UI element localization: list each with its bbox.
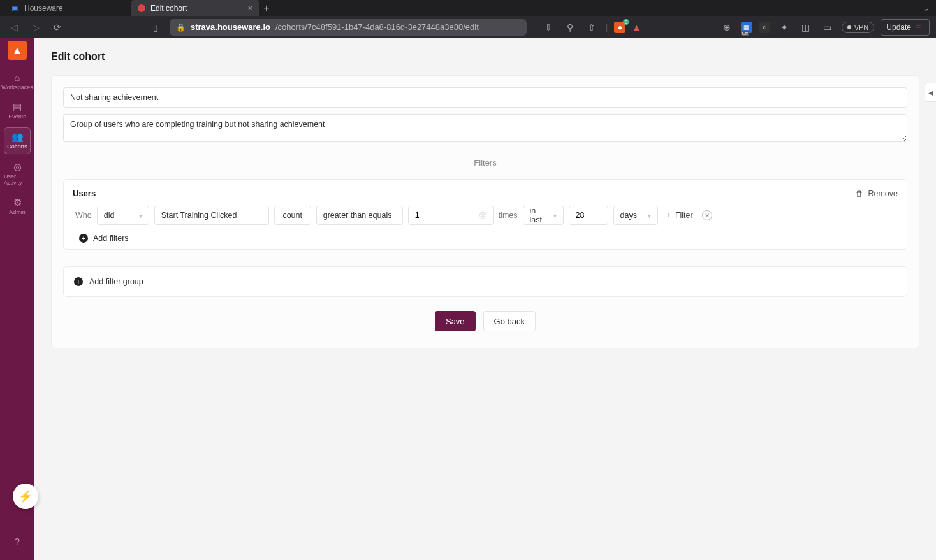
help-icon: ? (15, 536, 20, 546)
add-filter-group-label: Add filter group (89, 277, 143, 286)
times-label: times (499, 211, 518, 220)
save-button[interactable]: Save (435, 311, 476, 331)
download-icon[interactable]: ⇩ (541, 20, 556, 35)
event-select[interactable]: Start Training Clicked (154, 206, 269, 225)
vpn-button[interactable]: VPN (842, 22, 875, 33)
lightning-icon: ⚡ (18, 489, 33, 503)
chevron-down-icon: ▾ (139, 212, 142, 219)
nav-back-icon[interactable]: ◁ (6, 20, 22, 35)
app-sidebar: ▲ ⌂ Workspaces ▤ Events 👥 Cohorts ◎ User… (0, 38, 34, 560)
add-filter-button[interactable]: + Filter (663, 211, 697, 220)
brave-shield-icon[interactable]: ◆ (614, 22, 625, 33)
sidebar-item-workspaces[interactable]: ⌂ Workspaces (4, 69, 31, 94)
wallet-icon[interactable]: ▭ (820, 20, 835, 35)
home-icon: ⌂ (14, 73, 20, 82)
sidepanel-icon[interactable]: ◫ (798, 20, 814, 35)
url-host: strava.houseware.io (191, 22, 270, 32)
browser-tab-houseware[interactable]: ▣ Houseware (4, 0, 131, 16)
tab-strip: ▣ Houseware Edit cohort × + ⌄ (0, 0, 936, 16)
plus-circle-icon: + (79, 234, 88, 243)
gear-icon: ⚙ (13, 197, 22, 207)
cohort-form-card: Filters Users 🗑 Remove Who did ▾ (51, 75, 919, 348)
filter-group: Users 🗑 Remove Who did ▾ Start Training … (63, 179, 907, 250)
browser-toolbar: ◁ ▷ ⟳ ▯ 🔒 strava.houseware.io/cohorts/7c… (0, 16, 936, 38)
add-filters-button[interactable]: + Add filters (73, 234, 898, 243)
count-value-field[interactable] (415, 211, 473, 220)
remove-group-button[interactable]: 🗑 Remove (856, 189, 898, 198)
plus-icon: + (667, 211, 671, 220)
tab-favicon-icon: ▣ (10, 4, 19, 13)
sidebar-item-label: Cohorts (7, 143, 27, 150)
sidebar-item-cohorts[interactable]: 👥 Cohorts (4, 127, 31, 154)
user-activity-icon: ◎ (13, 162, 22, 171)
go-back-button[interactable]: Go back (483, 311, 536, 331)
vpn-label: VPN (854, 24, 869, 31)
cohort-description-input[interactable] (63, 114, 907, 142)
cohorts-icon: 👥 (11, 132, 24, 141)
timeframe-select[interactable]: in last ▾ (523, 206, 564, 225)
hamburger-icon (915, 22, 924, 33)
extension-icon[interactable]: c (759, 22, 770, 33)
zoom-icon[interactable]: ⚲ (562, 20, 578, 35)
filter-row: Who did ▾ Start Training Clicked count g… (73, 206, 898, 225)
sidebar-item-label: Admin (9, 209, 26, 215)
sidebar-item-help[interactable]: ? (4, 533, 31, 550)
tabs-dropdown-icon[interactable]: ⌄ (923, 3, 936, 13)
add-filters-label: Add filters (93, 234, 129, 243)
count-label-box: count (274, 206, 311, 225)
tab-favicon-icon (138, 4, 145, 12)
new-tab-button[interactable]: + (259, 3, 274, 14)
timeframe-value: in last (530, 206, 547, 224)
trash-icon: 🗑 (856, 189, 864, 198)
operator-select[interactable]: greater than equals (316, 206, 403, 225)
sidebar-item-user-activity[interactable]: ◎ User Activity (4, 158, 31, 190)
chevron-down-icon: ▾ (648, 212, 651, 219)
update-button[interactable]: Update (881, 19, 930, 36)
close-tab-icon[interactable]: × (247, 3, 252, 13)
count-value-input[interactable]: ⓧ (408, 206, 494, 225)
nav-forward-icon[interactable]: ▷ (28, 20, 43, 35)
main-content: ◀ Edit cohort Filters Users 🗑 Remove Who (34, 38, 936, 560)
period-unit-value: days (620, 211, 637, 220)
sidebar-item-label: Workspaces (1, 84, 33, 90)
period-value-input[interactable] (569, 206, 608, 225)
sidebar-item-label: User Activity (4, 173, 31, 186)
update-label: Update (886, 23, 911, 32)
add-filter-label: Filter (675, 211, 693, 220)
period-value-field[interactable] (576, 211, 601, 220)
remove-filter-icon[interactable]: ✕ (702, 210, 712, 220)
remove-label: Remove (868, 189, 898, 198)
period-unit-select[interactable]: days ▾ (613, 206, 658, 225)
operator-value: greater than equals (323, 211, 392, 220)
app-logo[interactable]: ▲ (8, 41, 27, 60)
sidebar-item-label: Events (8, 113, 26, 120)
reload-icon[interactable]: ⟳ (50, 20, 65, 35)
chevron-down-icon: ▾ (553, 212, 557, 219)
add-filter-group-button[interactable]: + Add filter group (63, 266, 907, 297)
sidebar-item-events[interactable]: ▤ Events (4, 98, 31, 124)
url-path: /cohorts/7c48f591-1b47-4da8-816d-3e27448… (275, 22, 479, 32)
cohort-name-input[interactable] (63, 87, 907, 108)
extension-icon[interactable]: ▦Off (741, 22, 752, 33)
share-icon[interactable]: ⇧ (584, 20, 599, 35)
browser-chrome: ▣ Houseware Edit cohort × + ⌄ ◁ ▷ ⟳ ▯ 🔒 … (0, 0, 936, 38)
did-value: did (104, 211, 115, 220)
events-icon: ▤ (13, 102, 22, 111)
browser-tab-edit-cohort[interactable]: Edit cohort × (131, 0, 259, 16)
plus-circle-icon: + (74, 277, 83, 286)
lock-icon: 🔒 (176, 23, 186, 32)
extension-wikipedia-icon[interactable]: ⊕ (719, 20, 735, 35)
clear-icon[interactable]: ⓧ (479, 211, 486, 220)
collapse-right-panel-icon[interactable]: ◀ (925, 83, 936, 102)
page-title: Edit cohort (51, 51, 919, 62)
lightning-fab-button[interactable]: ⚡ (13, 484, 38, 509)
filters-section-label: Filters (52, 158, 919, 168)
filter-group-title: Users (73, 189, 96, 198)
sidebar-item-admin[interactable]: ⚙ Admin (4, 194, 31, 219)
bookmark-icon[interactable]: ▯ (148, 20, 163, 35)
brave-rewards-icon[interactable]: ▲ (632, 22, 641, 32)
url-bar[interactable]: 🔒 strava.houseware.io/cohorts/7c48f591-1… (170, 19, 527, 36)
who-label: Who (75, 211, 92, 220)
extensions-puzzle-icon[interactable]: ✦ (777, 20, 792, 35)
did-select[interactable]: did ▾ (97, 206, 149, 225)
